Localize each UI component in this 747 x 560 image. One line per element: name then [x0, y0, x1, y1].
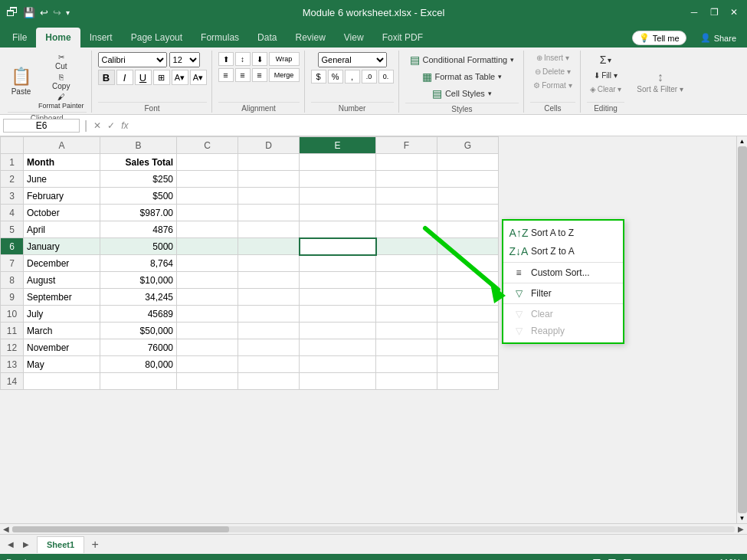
cell-e9[interactable]: [300, 289, 376, 306]
filter-item[interactable]: ▽ Filter: [503, 285, 623, 302]
align-left-button[interactable]: ≡: [218, 68, 234, 82]
cell-d12[interactable]: [238, 339, 300, 356]
page-break-icon[interactable]: ⊠: [623, 556, 632, 560]
cell-f8[interactable]: [376, 272, 437, 289]
cell-a9[interactable]: September: [24, 289, 100, 306]
minimize-button[interactable]: ─: [687, 5, 701, 19]
cell-c13[interactable]: [177, 356, 238, 373]
cell-a1[interactable]: Month: [24, 154, 100, 171]
cell-b10[interactable]: 45689: [100, 306, 177, 323]
cell-a6[interactable]: January: [24, 238, 100, 255]
cell-g3[interactable]: [437, 188, 499, 205]
paste-button[interactable]: 📋 Paste: [8, 65, 34, 97]
font-color-button[interactable]: A▾: [190, 70, 207, 85]
cell-b5[interactable]: 4876: [100, 221, 177, 238]
cell-d9[interactable]: [238, 289, 300, 306]
fill-color-button[interactable]: A▾: [172, 70, 188, 85]
decrease-decimal-button[interactable]: 0.: [378, 70, 394, 84]
sum-button[interactable]: Σ ▾: [595, 52, 618, 67]
col-header-d[interactable]: D: [238, 137, 300, 154]
wrap-text-button[interactable]: Wrap: [269, 52, 300, 66]
cell-g6[interactable]: [437, 238, 499, 255]
cell-f12[interactable]: [376, 339, 437, 356]
cell-b9[interactable]: 34,245: [100, 289, 177, 306]
cut-button[interactable]: ✂ Cut: [36, 52, 87, 71]
cell-g8[interactable]: [437, 272, 499, 289]
cancel-formula-icon[interactable]: ✕: [92, 119, 103, 133]
cell-b12[interactable]: 76000: [100, 339, 177, 356]
page-layout-icon[interactable]: ⊟: [608, 556, 617, 560]
format-as-table-button[interactable]: ▦ Format as Table ▾: [418, 69, 507, 84]
cell-g7[interactable]: [437, 255, 499, 272]
row-header-10[interactable]: 10: [1, 306, 24, 323]
tab-home[interactable]: Home: [36, 28, 80, 47]
cell-e14[interactable]: [300, 373, 376, 390]
cell-c14[interactable]: [177, 373, 238, 390]
cell-d14[interactable]: [238, 373, 300, 390]
col-header-c[interactable]: C: [177, 137, 238, 154]
cell-styles-button[interactable]: ▤ Cell Styles ▾: [428, 86, 496, 101]
cell-c5[interactable]: [177, 221, 238, 238]
cell-e1[interactable]: [300, 154, 376, 171]
cell-e6[interactable]: [300, 238, 376, 255]
redo-icon[interactable]: ↪: [53, 7, 61, 18]
cell-b3[interactable]: $500: [100, 188, 177, 205]
cell-g12[interactable]: [437, 339, 499, 356]
italic-button[interactable]: I: [116, 70, 133, 85]
cell-d1[interactable]: [238, 154, 300, 171]
row-header-11[interactable]: 11: [1, 323, 24, 339]
cell-f10[interactable]: [376, 306, 437, 323]
cell-g14[interactable]: [437, 373, 499, 390]
cell-f4[interactable]: [376, 205, 437, 221]
copy-button[interactable]: ⎘ Copy: [36, 72, 87, 91]
cell-f5[interactable]: [376, 221, 437, 238]
cell-b13[interactable]: 80,000: [100, 356, 177, 373]
cell-g10[interactable]: [437, 306, 499, 323]
cell-a8[interactable]: August: [24, 272, 100, 289]
underline-button[interactable]: U: [135, 70, 152, 85]
cell-b14[interactable]: [100, 373, 177, 390]
cell-g9[interactable]: [437, 289, 499, 306]
cell-b6[interactable]: 5000: [100, 238, 177, 255]
sheet-tab-1[interactable]: Sheet1: [37, 536, 84, 553]
cell-d2[interactable]: [238, 171, 300, 188]
align-bottom-button[interactable]: ⬇: [252, 52, 267, 66]
align-middle-button[interactable]: ↕: [235, 52, 251, 66]
cell-f14[interactable]: [376, 373, 437, 390]
sort-filter-button[interactable]: ↕ Sort & Filter ▾: [634, 69, 686, 95]
cell-c10[interactable]: [177, 306, 238, 323]
row-header-4[interactable]: 4: [1, 205, 24, 221]
cell-g4[interactable]: [437, 205, 499, 221]
cell-b2[interactable]: $250: [100, 171, 177, 188]
cell-f13[interactable]: [376, 356, 437, 373]
border-button[interactable]: ⊞: [153, 70, 170, 85]
clear-button[interactable]: ◈ Clear ▾: [587, 84, 625, 95]
row-header-14[interactable]: 14: [1, 373, 24, 390]
tell-me-box[interactable]: 💡 Tell me: [632, 31, 686, 45]
horizontal-scroll-bar[interactable]: ◀ ▶: [0, 523, 747, 534]
cell-e4[interactable]: [300, 205, 376, 221]
cell-a4[interactable]: October: [24, 205, 100, 221]
cell-f1[interactable]: [376, 154, 437, 171]
row-header-3[interactable]: 3: [1, 188, 24, 205]
tab-foxit[interactable]: Foxit PDF: [373, 28, 432, 47]
cell-e2[interactable]: [300, 171, 376, 188]
format-button[interactable]: ⚙ Format ▾: [530, 80, 575, 91]
cell-a13[interactable]: May: [24, 356, 100, 373]
cell-a7[interactable]: December: [24, 255, 100, 272]
cell-d4[interactable]: [238, 205, 300, 221]
align-center-button[interactable]: ≡: [235, 68, 251, 82]
cell-e13[interactable]: [300, 356, 376, 373]
confirm-formula-icon[interactable]: ✓: [106, 119, 116, 133]
cell-c9[interactable]: [177, 289, 238, 306]
sheet-next-button[interactable]: ▶: [18, 537, 34, 552]
cell-b7[interactable]: 8,764: [100, 255, 177, 272]
cell-e7[interactable]: [300, 255, 376, 272]
tab-view[interactable]: View: [335, 28, 373, 47]
cell-d8[interactable]: [238, 272, 300, 289]
cell-f3[interactable]: [376, 188, 437, 205]
currency-button[interactable]: $: [311, 70, 326, 84]
insert-function-icon[interactable]: fx: [120, 119, 129, 133]
row-header-5[interactable]: 5: [1, 221, 24, 238]
name-box[interactable]: [3, 119, 80, 133]
